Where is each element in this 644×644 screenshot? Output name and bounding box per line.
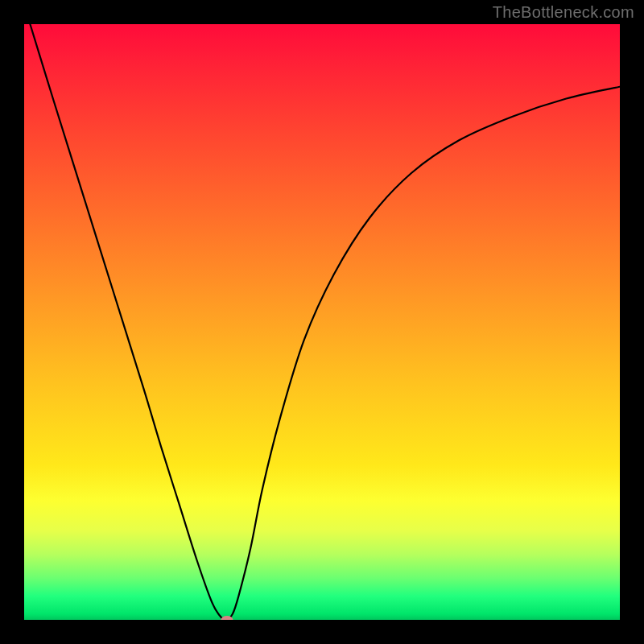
plot-area (24, 24, 620, 620)
watermark-text: TheBottleneck.com (493, 3, 634, 22)
curve-svg (24, 24, 620, 620)
bottleneck-curve (30, 24, 620, 620)
min-marker (221, 616, 233, 620)
chart-frame: TheBottleneck.com (0, 0, 644, 644)
